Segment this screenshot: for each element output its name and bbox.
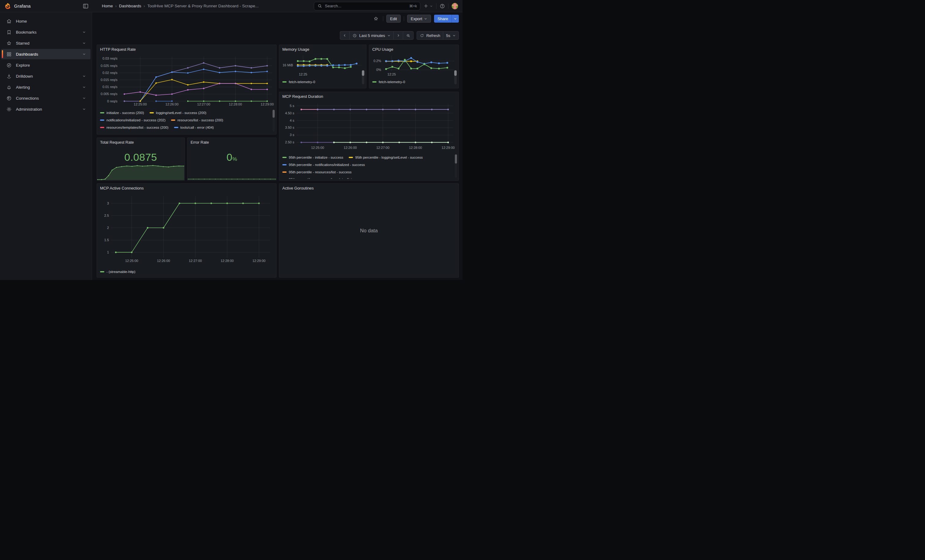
legend-item[interactable]: fetch-telemetry-0: [282, 80, 315, 84]
chevron-down-icon[interactable]: [82, 41, 86, 45]
search-input[interactable]: [325, 4, 407, 8]
bookmark-icon: [6, 29, 12, 35]
error-rate-value: 0%: [187, 151, 276, 163]
mcp-active-connections-chart[interactable]: 11.522.5312:25:0012:26:0012:27:0012:28:0…: [99, 193, 273, 266]
sidebar-item-explore[interactable]: Explore: [1, 60, 90, 70]
legend-scrollbar-thumb[interactable]: [455, 155, 457, 164]
help-icon[interactable]: [440, 3, 445, 9]
chevron-down-icon[interactable]: [82, 96, 86, 100]
legend-item[interactable]: - (streamable-http): [100, 270, 136, 273]
svg-text:3: 3: [107, 201, 109, 205]
sidebar-item-dashboards[interactable]: Dashboards: [1, 49, 90, 59]
sidebar-item-home[interactable]: Home: [1, 16, 90, 26]
sidebar-item-administration[interactable]: Administration: [1, 104, 90, 114]
share-menu-caret[interactable]: [452, 15, 459, 23]
sidebar-item-starred[interactable]: Starred: [1, 38, 90, 48]
legend-item[interactable]: 95th percentile - initialize - success: [282, 156, 343, 159]
chevron-down-icon[interactable]: [82, 85, 86, 89]
legend-row: initialize - success (200)logging/setLev…: [100, 109, 271, 116]
edit-button[interactable]: Edit: [386, 15, 401, 23]
share-button[interactable]: Share: [434, 15, 452, 23]
gear-icon: [6, 107, 12, 112]
http-request-rate-chart[interactable]: 0 req/s0.005 req/s0.01 req/s0.015 req/s0…: [98, 54, 274, 108]
svg-text:12:26:00: 12:26:00: [166, 102, 179, 106]
panel-title[interactable]: MCP Request Duration: [279, 92, 458, 99]
legend-item[interactable]: tools/call - success (200): [100, 133, 145, 134]
time-shift-forward-button[interactable]: [393, 31, 403, 40]
dashboards-grid-icon: [6, 51, 12, 57]
legend-scrollbar[interactable]: [362, 70, 364, 84]
refresh-button[interactable]: Refresh: [417, 31, 443, 40]
svg-text:12:25:00: 12:25:00: [134, 102, 147, 106]
export-button[interactable]: Export: [407, 15, 431, 23]
cpu-usage-chart[interactable]: 0.2%0%12:25: [370, 53, 456, 76]
sidebar-item-label: Explore: [16, 63, 30, 68]
chevron-down-icon[interactable]: [82, 107, 86, 111]
panel-title[interactable]: Total Request Rate: [97, 138, 184, 144]
legend-item[interactable]: notifications/initialized - success (202…: [100, 118, 166, 122]
legend-item[interactable]: tools/call - error (404): [174, 126, 214, 129]
legend-item[interactable]: tools/list - success (200): [151, 133, 195, 134]
panel-title[interactable]: CPU Usage: [369, 45, 458, 52]
legend-scrollbar[interactable]: [454, 70, 457, 84]
legend-item[interactable]: fetch-telemetry-0: [372, 80, 405, 84]
legend-scrollbar[interactable]: [455, 155, 457, 177]
legend-scrollbar[interactable]: [273, 110, 275, 132]
favorite-star-icon[interactable]: [372, 15, 380, 23]
svg-text:12:25: 12:25: [299, 72, 307, 76]
legend-item[interactable]: unknown - success (200): [200, 133, 246, 134]
breadcrumb-dashboards[interactable]: Dashboards: [119, 4, 141, 8]
add-new-button[interactable]: [423, 3, 433, 9]
sidebar-item-bookmarks[interactable]: Bookmarks: [1, 27, 90, 37]
legend-scrollbar-thumb[interactable]: [454, 70, 457, 76]
drilldown-icon: [6, 74, 12, 79]
svg-text:2.5: 2.5: [104, 214, 109, 217]
memory-usage-chart[interactable]: 16 MiB12:25: [280, 53, 364, 76]
svg-text:12:27:00: 12:27:00: [197, 102, 211, 106]
search-box[interactable]: ⌘+k: [314, 2, 420, 11]
legend-item[interactable]: logging/setLevel - success (200): [149, 111, 206, 115]
legend-item[interactable]: 95th percentile - resources/templates/li…: [282, 177, 368, 179]
nav-divider: [436, 3, 437, 9]
panel-title[interactable]: HTTP Request Rate: [97, 45, 276, 52]
svg-text:12:28:00: 12:28:00: [220, 259, 234, 263]
legend-item[interactable]: 95th percentile - resources/list - succe…: [282, 170, 351, 174]
chevron-left-icon: [343, 34, 346, 37]
chevron-down-icon[interactable]: [82, 74, 86, 78]
svg-text:0.005 req/s: 0.005 req/s: [101, 92, 118, 96]
chevron-down-icon[interactable]: [82, 30, 86, 34]
legend-item[interactable]: 95th percentile - notifications/initiali…: [282, 163, 365, 167]
mcp-request-duration-chart[interactable]: 2.50 s3 s3.50 s4 s4.50 s5 s12:25:0012:26…: [280, 101, 456, 152]
breadcrumb-home[interactable]: Home: [102, 4, 113, 8]
sidebar-item-connections[interactable]: Connections: [1, 93, 90, 103]
legend-item[interactable]: resources/list - success (200): [171, 118, 223, 122]
refresh-interval-picker[interactable]: 5s: [443, 31, 459, 40]
chevron-down-icon[interactable]: [82, 52, 86, 56]
legend-item[interactable]: 95th percentile - logging/setLevel - suc…: [349, 156, 423, 159]
time-range-picker[interactable]: Last 5 minutes: [350, 31, 394, 40]
svg-text:12:28:00: 12:28:00: [409, 146, 422, 150]
dock-sidebar-icon[interactable]: [82, 3, 89, 9]
panel-title[interactable]: Error Rate: [187, 138, 276, 144]
error-rate-sparkline[interactable]: [188, 175, 276, 180]
user-avatar[interactable]: [452, 3, 458, 9]
zoom-out-time-button[interactable]: [403, 31, 414, 40]
grafana-logo-icon[interactable]: [4, 3, 11, 9]
legend-scrollbar-thumb[interactable]: [273, 110, 275, 118]
panel-active-goroutines: Active Goroutines No data: [279, 183, 459, 278]
legend-item[interactable]: initialize - success (200): [100, 111, 144, 115]
svg-text:12:28:00: 12:28:00: [229, 102, 242, 106]
legend-scrollbar-thumb[interactable]: [362, 70, 364, 76]
sidebar-item-drilldown[interactable]: Drilldown: [1, 71, 90, 81]
error-rate-number: 0: [226, 151, 232, 163]
sidebar-item-alerting[interactable]: Alerting: [1, 82, 90, 92]
sidebar-item-label: Bookmarks: [16, 30, 37, 35]
panel-title[interactable]: Memory Usage: [279, 45, 366, 52]
legend-item[interactable]: resources/templates/list - success (200): [100, 126, 169, 129]
panel-total-request-rate: Total Request Rate 0.0875: [96, 138, 185, 181]
panel-title[interactable]: MCP Active Connections: [97, 184, 276, 191]
breadcrumb-current-page: ToolHive MCP Server & Proxy Runner Dashb…: [148, 4, 259, 8]
time-shift-back-button[interactable]: [340, 31, 350, 40]
legend-row: 95th percentile - notifications/initiali…: [282, 161, 453, 168]
panel-error-rate: Error Rate 0%: [187, 138, 277, 181]
